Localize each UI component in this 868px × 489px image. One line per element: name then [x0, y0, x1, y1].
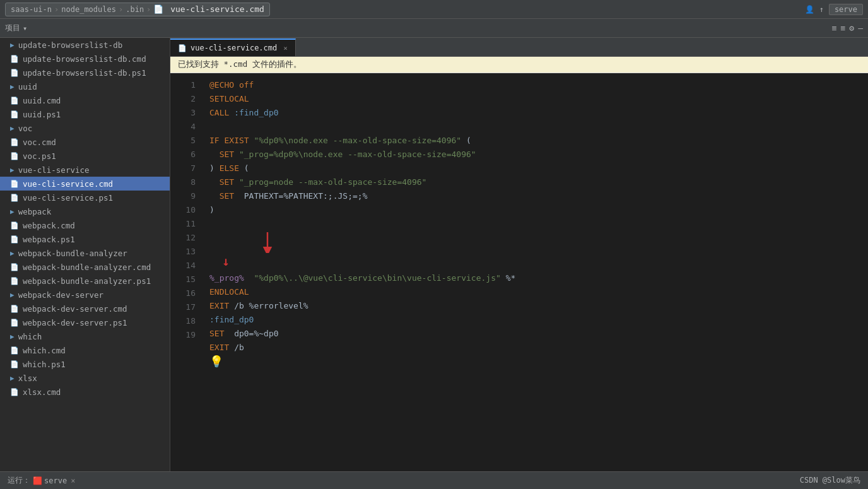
tab-label: vue-cli-service.cmd [191, 44, 277, 52]
breadcrumb-bin: .bin [126, 5, 144, 14]
ps1-file-icon: 📄 [10, 110, 19, 119]
ps1-file-icon: 📄 [10, 319, 19, 327]
sidebar-item-label: xlsx.cmd [23, 387, 61, 397]
sidebar-item-label: voc.ps1 [23, 151, 56, 161]
line-number-18: 18 [170, 314, 202, 328]
run-label: 运行： 🟥 serve × [8, 475, 75, 486]
expand-all-icon[interactable]: ≡ [841, 23, 846, 33]
user-icon[interactable]: 👤 [805, 5, 814, 14]
top-bar: saas-ui-n › node_modules › .bin › 📄 vue-… [0, 0, 868, 19]
sidebar-item-which-ps1[interactable]: 📄which.ps1 [0, 357, 170, 371]
sidebar-item-label: webpack-bundle-analyzer.cmd [23, 262, 151, 272]
folder-icon: ▶ [10, 83, 15, 91]
breadcrumb[interactable]: saas-ui-n › node_modules › .bin › 📄 vue-… [5, 3, 270, 16]
sidebar-item-vue-cli-service-ps1[interactable]: 📄vue-cli-service.ps1 [0, 191, 170, 204]
ps1-file-icon: 📄 [10, 194, 19, 202]
sidebar-item-webpack-ps1[interactable]: 📄webpack.ps1 [0, 232, 170, 246]
bottom-bar: 运行： 🟥 serve × CSDN @Slow菜鸟 [0, 471, 868, 489]
cmd-file-icon: 📄 [10, 55, 19, 63]
sidebar-item-webpack-bundle-analyzer[interactable]: ▶webpack-bundle-analyzer [0, 246, 170, 260]
sidebar-item-label: webpack.ps1 [23, 235, 75, 244]
sidebar-item-label: xlsx [18, 374, 37, 383]
main-area: ▶update-browserslist-db📄update-browsersl… [0, 38, 868, 471]
sidebar-item-label: webpack-bundle-analyzer.ps1 [23, 276, 151, 286]
sidebar-item-vue-cli-service-cmd[interactable]: 📄vue-cli-service.cmd [0, 177, 170, 191]
sidebar-item-label: update-browserslist-db.cmd [23, 54, 146, 64]
sidebar-item-voc-cmd[interactable]: 📄voc.cmd [0, 135, 170, 149]
ps1-file-icon: 📄 [10, 360, 19, 368]
sidebar-item-webpack-cmd[interactable]: 📄webpack.cmd [0, 218, 170, 232]
serve-run-label[interactable]: serve [44, 476, 67, 485]
sidebar-item-which-cmd[interactable]: 📄which.cmd [0, 343, 170, 357]
code-line-19 [209, 370, 868, 384]
sidebar-item-webpack-dev-server-ps1[interactable]: 📄webpack-dev-server.ps1 [0, 315, 170, 329]
sidebar-item-label: webpack-dev-server [18, 290, 103, 300]
dropdown-icon[interactable]: ▾ [23, 24, 27, 33]
sidebar-item-label: which [18, 332, 42, 341]
code-line-8: SET "_prog=node --max-old-space-size=409… [209, 175, 868, 189]
code-line-13: ENDLOCAL [209, 285, 868, 299]
settings-icon[interactable]: ⚙ [849, 23, 854, 33]
sidebar-item-webpack-bundle-analyzer-cmd[interactable]: 📄webpack-bundle-analyzer.cmd [0, 260, 170, 274]
sidebar-item-label: uuid [18, 82, 37, 91]
code-line-10: ) [209, 203, 868, 217]
sidebar-item-uuid-ps1[interactable]: 📄uuid.ps1 [0, 107, 170, 121]
active-tab[interactable]: 📄 vue-cli-service.cmd × [170, 38, 296, 56]
code-line-16: SET dp0=%~dp0 [209, 327, 868, 341]
sidebar-item-label: update-browserslist-db [18, 40, 123, 50]
sidebar-item-voc-ps1[interactable]: 📄voc.ps1 [0, 149, 170, 163]
sidebar-item-webpack-dev-server[interactable]: ▶webpack-dev-server [0, 288, 170, 302]
line-number-16: 16 [170, 286, 202, 300]
sidebar-item-update-browserslist-db[interactable]: ▶update-browserslist-db [0, 38, 170, 52]
folder-icon: ▶ [10, 291, 15, 299]
line-number-3: 3 [170, 106, 202, 120]
sidebar-item-xlsx-cmd[interactable]: 📄xlsx.cmd [0, 385, 170, 399]
code-line-4 [209, 120, 868, 134]
cmd-file-icon: 📄 [10, 180, 19, 188]
folder-icon: ▶ [10, 333, 15, 341]
sidebar-item-update-browserslist-db-cmd[interactable]: 📄update-browserslist-db.cmd [0, 52, 170, 66]
sidebar-item-webpack[interactable]: ▶webpack [0, 204, 170, 218]
line-number-14: 14 [170, 259, 202, 273]
cmd-file-icon: 📄 [10, 138, 19, 146]
sidebar-item-label: update-browserslist-db.ps1 [23, 68, 146, 78]
sidebar-item-label: which.cmd [23, 346, 66, 355]
sidebar-item-which[interactable]: ▶which [0, 329, 170, 343]
run-icon: 🟥 [33, 476, 42, 485]
ps1-file-icon: 📄 [10, 69, 19, 77]
line-number-13: 13 [170, 245, 202, 259]
line-numbers: 12345678910111213141516171819 [170, 73, 202, 471]
code-line-1: @ECHO off [209, 78, 868, 92]
code-line-7: ) ELSE ( [209, 162, 868, 175]
tab-close-button[interactable]: × [283, 44, 288, 52]
breadcrumb-file: 📄 vue-cli-service.cmd [153, 4, 264, 14]
sidebar-item-uuid-cmd[interactable]: 📄uuid.cmd [0, 93, 170, 107]
line-number-19: 19 [170, 328, 202, 342]
sidebar-item-update-browserslist-db-ps1[interactable]: 📄update-browserslist-db.ps1 [0, 66, 170, 80]
code-content[interactable]: @ECHO offSETLOCALCALL :find_dp0 IF EXIST… [202, 73, 868, 471]
line-number-17: 17 [170, 300, 202, 314]
collapse-all-icon[interactable]: ≡ [832, 23, 837, 33]
sidebar-item-label: voc.cmd [23, 138, 56, 147]
code-editor[interactable]: 12345678910111213141516171819 @ECHO offS… [170, 73, 868, 471]
second-toolbar: 项目 ▾ ≡ ≡ ⚙ — [0, 19, 868, 38]
sidebar-item-label: uuid.cmd [23, 96, 61, 105]
line-number-1: 1 [170, 78, 202, 92]
ps1-file-icon: 📄 [10, 152, 19, 160]
run-close-icon[interactable]: × [71, 476, 75, 485]
breadcrumb-node-modules: node_modules [61, 5, 116, 14]
folder-icon: ▶ [10, 166, 15, 174]
code-line-3: CALL :find_dp0 [209, 106, 868, 120]
sidebar-item-uuid[interactable]: ▶uuid [0, 80, 170, 93]
folder-icon: ▶ [10, 41, 15, 49]
sidebar-item-voc[interactable]: ▶voc [0, 121, 170, 135]
sidebar-item-vue-cli-service[interactable]: ▶vue-cli-service [0, 163, 170, 177]
sidebar-item-webpack-dev-server-cmd[interactable]: 📄webpack-dev-server.cmd [0, 302, 170, 315]
line-number-4: 4 [170, 120, 202, 134]
line-number-7: 7 [170, 162, 202, 175]
navigate-up-icon[interactable]: ↑ [819, 5, 824, 14]
serve-button[interactable]: serve [829, 4, 863, 15]
sidebar-item-xlsx[interactable]: ▶xlsx [0, 371, 170, 385]
minimize-icon[interactable]: — [858, 23, 863, 33]
sidebar-item-webpack-bundle-analyzer-ps1[interactable]: 📄webpack-bundle-analyzer.ps1 [0, 274, 170, 288]
